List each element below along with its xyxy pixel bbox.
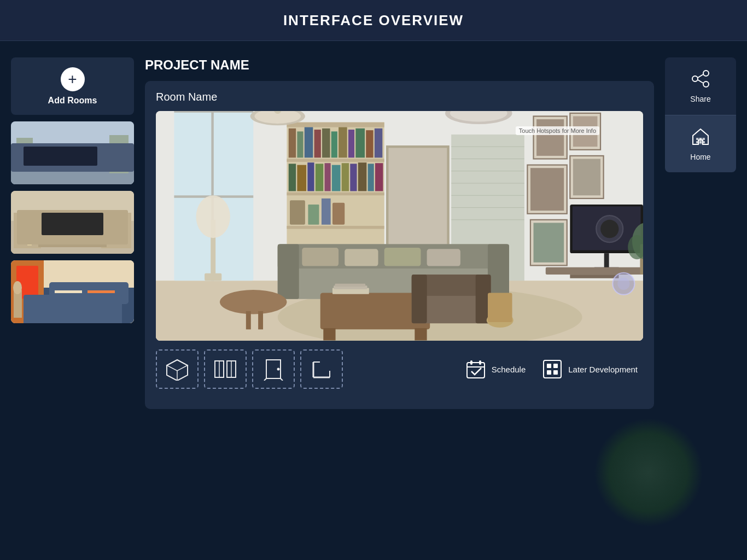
svg-rect-111 [323,328,335,340]
home-icon [691,127,710,148]
svg-rect-59 [290,200,305,225]
svg-rect-144 [479,360,481,365]
svg-rect-45 [355,129,365,158]
svg-rect-41 [322,129,330,158]
svg-rect-148 [553,364,558,368]
svg-rect-43 [339,127,347,158]
svg-rect-4 [16,138,33,171]
svg-point-14 [25,210,34,221]
svg-rect-33 [287,122,384,127]
svg-rect-162 [699,141,702,143]
tool-door-button[interactable] [252,349,295,389]
svg-rect-158 [696,138,698,140]
svg-rect-60 [308,205,319,225]
svg-point-24 [13,281,22,294]
room-image-3 [11,260,134,323]
svg-rect-90 [570,275,618,278]
svg-rect-147 [547,364,551,368]
schedule-icon [465,359,486,380]
home-button[interactable]: Home [665,115,736,172]
svg-rect-55 [350,164,357,191]
svg-rect-7 [11,221,134,254]
room-image-1 [11,121,134,184]
tool-door-icon [261,358,286,381]
left-sidebar: + Add Rooms [11,57,134,549]
share-svg-icon [691,69,710,89]
schedule-svg-icon [466,359,486,379]
svg-rect-150 [553,370,558,375]
svg-rect-74 [536,119,564,156]
tool-panels-button[interactable] [204,349,247,389]
add-rooms-button[interactable]: + Add Rooms [11,57,134,115]
svg-rect-142 [467,363,485,378]
later-dev-label: Later Development [568,365,638,374]
svg-line-154 [698,74,703,78]
home-svg-icon [691,127,710,147]
room-thumbnail-2[interactable] [11,191,134,254]
room-thumbnail-3[interactable] [11,260,134,323]
schedule-button[interactable]: Schedule [460,355,532,383]
svg-rect-105 [488,244,509,299]
page-title: INTERFACE OVERVIEW [283,12,464,29]
svg-rect-35 [287,192,384,196]
svg-rect-118 [412,275,427,323]
svg-rect-21 [87,290,115,293]
center-panel: PROJECT NAME Room Name [145,57,654,549]
svg-rect-39 [305,127,313,158]
share-button[interactable]: Share [665,57,736,115]
room-scene-3-svg [11,260,134,323]
svg-rect-50 [307,162,314,191]
svg-rect-47 [375,129,382,158]
tool-3d-button[interactable] [156,349,199,389]
room-scene-2-svg [11,191,134,254]
svg-rect-56 [358,162,367,191]
svg-rect-149 [547,370,551,375]
svg-rect-10 [38,217,107,247]
add-icon: + [61,67,85,91]
svg-rect-52 [325,163,331,191]
room-name-label: Room Name [156,91,643,103]
schedule-label: Schedule [492,365,526,374]
svg-point-137 [277,368,280,371]
svg-rect-101 [205,273,221,281]
svg-rect-12 [55,224,66,226]
svg-rect-48 [289,164,296,191]
svg-rect-121 [246,311,251,329]
later-dev-button[interactable]: Later Development [536,355,643,383]
share-label: Share [690,95,710,103]
svg-rect-40 [314,130,321,158]
svg-rect-160 [703,138,705,140]
hotspot-label: Touch Hotspots for More Info [516,126,599,135]
svg-point-100 [196,195,230,238]
room-toolbar: Schedule Later Development [156,349,643,389]
room-thumbnail-1[interactable] [11,121,134,184]
decorative-blob [594,418,703,527]
room-scene-1-svg [11,121,134,184]
svg-rect-57 [368,164,374,191]
svg-point-151 [703,71,709,76]
svg-rect-107 [345,249,378,266]
svg-rect-159 [699,138,702,140]
svg-point-152 [692,76,698,81]
svg-rect-23 [14,290,22,318]
add-rooms-label: Add Rooms [48,96,97,106]
svg-rect-163 [703,141,705,143]
share-icon [691,69,710,90]
svg-rect-109 [427,249,460,266]
svg-rect-37 [289,129,296,158]
svg-rect-49 [297,165,306,191]
tool-panels-icon [213,358,238,381]
tool-3d-icon [165,358,190,381]
svg-rect-3 [27,149,71,168]
svg-rect-112 [415,328,427,340]
svg-rect-34 [287,159,384,162]
tool-corner-button[interactable] [300,349,343,389]
svg-rect-8 [14,213,41,248]
svg-rect-108 [384,248,421,266]
svg-rect-9 [101,213,131,248]
room-panel: Room Name [145,81,654,409]
svg-rect-5 [109,135,129,173]
svg-point-153 [703,81,709,87]
svg-rect-143 [470,360,472,365]
svg-rect-42 [331,131,337,158]
